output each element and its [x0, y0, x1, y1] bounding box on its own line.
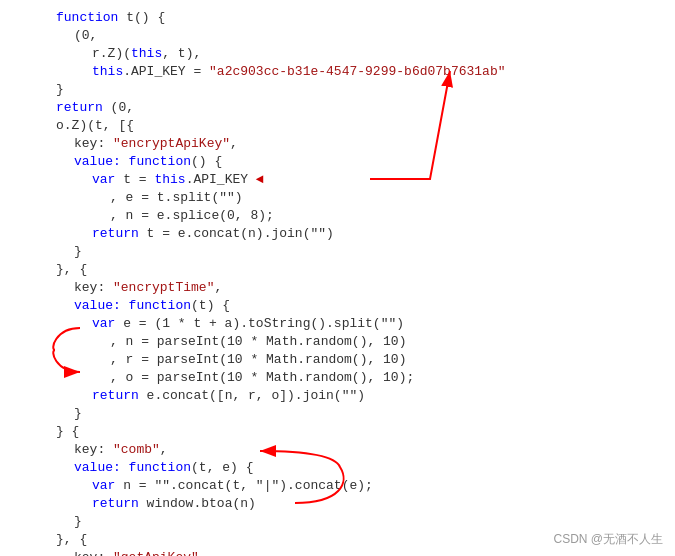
code-line: this.API_KEY = "a2c903cc-b31e-4547-9299-…: [0, 62, 675, 80]
code-line: return e.concat([n, r, o]).join(""): [0, 386, 675, 404]
code-line: }: [0, 242, 675, 260]
code-line: }, {: [0, 260, 675, 278]
code-line: , e = t.split(""): [0, 188, 675, 206]
watermark: CSDN @无酒不人生: [553, 531, 663, 548]
code-line: value: function() {: [0, 152, 675, 170]
code-line: o.Z)(t, [{: [0, 116, 675, 134]
code-line: r.Z)(this, t),: [0, 44, 675, 62]
code-line: value: function(t, e) {: [0, 458, 675, 476]
code-line: , n = e.splice(0, 8);: [0, 206, 675, 224]
code-line: } {: [0, 422, 675, 440]
code-line: , r = parseInt(10 * Math.random(), 10): [0, 350, 675, 368]
code-line: }: [0, 512, 675, 530]
code-line: key: "comb",: [0, 440, 675, 458]
code-line: value: function(t) {: [0, 296, 675, 314]
code-line: function t() {: [0, 8, 675, 26]
code-line: return window.btoa(n): [0, 494, 675, 512]
code-line: key: "encryptTime",: [0, 278, 675, 296]
code-line: (0,: [0, 26, 675, 44]
code-line: , n = parseInt(10 * Math.random(), 10): [0, 332, 675, 350]
code-line: return (0,: [0, 98, 675, 116]
code-line: }: [0, 80, 675, 98]
code-line: var t = this.API_KEY ◄: [0, 170, 675, 188]
code-line: var n = "".concat(t, "|").concat(e);: [0, 476, 675, 494]
code-line: var e = (1 * t + a).toString().split(""): [0, 314, 675, 332]
code-line: key: "encryptApiKey",: [0, 134, 675, 152]
code-line: return t = e.concat(n).join(""): [0, 224, 675, 242]
code-viewer: function t() {(0,r.Z)(this, t),this.API_…: [0, 0, 675, 556]
code-line: key: "getApiKey",: [0, 548, 675, 556]
code-line: , o = parseInt(10 * Math.random(), 10);: [0, 368, 675, 386]
code-line: }: [0, 404, 675, 422]
